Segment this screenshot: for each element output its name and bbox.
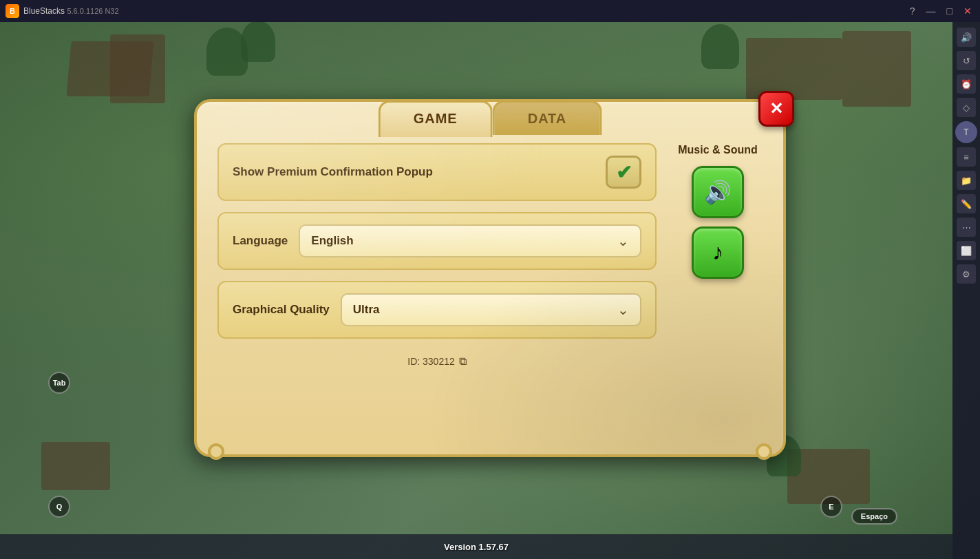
maximize-btn[interactable]: □: [944, 6, 955, 17]
checkmark-icon: ✔: [616, 161, 632, 184]
window-controls: ? — □ ✕: [907, 6, 974, 17]
player-id-container: ID: 330212 ⧉: [217, 355, 657, 368]
premium-popup-setting: Show Premium Confirmation Popup ✔: [217, 143, 657, 201]
copy-id-button[interactable]: ⧉: [459, 355, 467, 368]
graphical-quality-dropdown-arrow: ⌄: [617, 302, 629, 318]
close-window-btn[interactable]: ✕: [961, 6, 974, 17]
graphical-quality-dropdown[interactable]: Ultra ⌄: [341, 293, 641, 326]
settings-left-panel: Show Premium Confirmation Popup ✔ Langua…: [217, 143, 657, 368]
help-btn[interactable]: ?: [907, 6, 918, 17]
premium-popup-label: Show Premium Confirmation Popup: [233, 165, 433, 179]
premium-popup-checkbox-container: ✔: [606, 156, 641, 189]
premium-popup-checkbox[interactable]: ✔: [606, 156, 641, 189]
settings-modal: GAME DATA ✕ Show Premium Confirmation Po…: [194, 99, 786, 457]
modal-curl-left: [208, 443, 224, 460]
sound-title: Music & Sound: [678, 143, 758, 158]
settings-right-panel: Music & Sound 🔊 ♪: [673, 143, 763, 368]
sound-toggle-button[interactable]: 🔊: [692, 166, 744, 218]
settings-modal-overlay: GAME DATA ✕ Show Premium Confirmation Po…: [0, 22, 980, 534]
language-setting: Language English ⌄: [217, 212, 657, 270]
bottom-bar: Version 1.57.67: [0, 534, 952, 559]
modal-tabs: GAME DATA: [379, 101, 602, 135]
app-logo: B: [6, 4, 19, 18]
sound-on-icon: 🔊: [704, 179, 732, 205]
minimize-btn[interactable]: —: [924, 6, 939, 17]
modal-curl-right: [756, 443, 772, 460]
tab-data[interactable]: DATA: [493, 101, 602, 135]
modal-content: Show Premium Confirmation Popup ✔ Langua…: [197, 102, 783, 388]
player-id-text: ID: 330212: [407, 356, 455, 367]
language-dropdown-arrow: ⌄: [617, 233, 629, 249]
close-modal-button[interactable]: ✕: [758, 91, 794, 127]
graphical-quality-label: Graphical Quality: [233, 303, 330, 317]
graphical-quality-value: Ultra: [353, 303, 380, 317]
close-modal-icon: ✕: [769, 101, 783, 117]
tab-game[interactable]: GAME: [379, 101, 493, 137]
language-label: Language: [233, 234, 288, 248]
app-title: BlueStacks 5.6.0.1126 N32: [23, 6, 119, 16]
titlebar: B BlueStacks 5.6.0.1126 N32 ? — □ ✕: [0, 0, 980, 22]
language-dropdown[interactable]: English ⌄: [299, 224, 641, 257]
music-icon: ♪: [712, 240, 723, 265]
language-value: English: [311, 234, 353, 248]
music-toggle-button[interactable]: ♪: [692, 226, 744, 279]
version-text: Version 1.57.67: [444, 542, 509, 552]
graphical-quality-setting: Graphical Quality Ultra ⌄: [217, 281, 657, 339]
